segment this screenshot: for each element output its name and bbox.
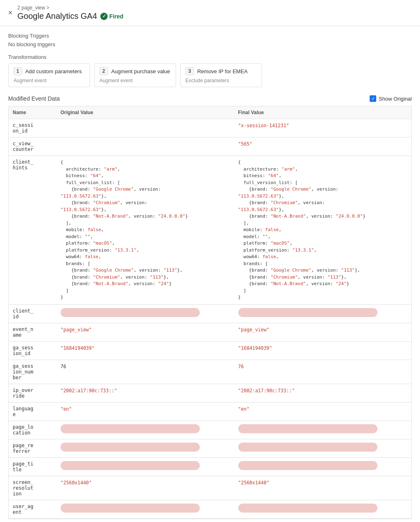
title-row: Google Analytics GA4 ✓ Fired <box>18 11 124 21</box>
transform-card-1[interactable]: 1 Add custom parameters Augment event <box>8 63 90 87</box>
original-value: 76 <box>61 364 66 369</box>
cell-name: page_lo cation <box>9 421 56 439</box>
cell-original <box>56 439 234 457</box>
table-row: page_ti tle <box>9 457 412 476</box>
table-row: c_view_ counter"565" <box>9 137 412 156</box>
table-row: page_lo cation <box>9 421 412 439</box>
blurred-value <box>238 461 377 470</box>
table-row: event_n ame"page_view""page_view" <box>9 323 412 341</box>
cell-name: page_ti tle <box>9 457 56 476</box>
blurred-value <box>61 308 200 317</box>
cell-name: client_ id <box>9 304 56 323</box>
table-row: user_ag ent <box>9 500 412 518</box>
transform-name-1: Add custom parameters <box>25 68 82 74</box>
blurred-value <box>238 308 377 317</box>
table-row: ga_sess ion_id"1684194039""1684194039" <box>9 341 412 360</box>
title-section: 2 page_view > Google Analytics GA4 ✓ Fir… <box>18 5 124 21</box>
blocking-triggers-section: Blocking Triggers No blocking triggers <box>8 33 412 47</box>
final-value: "2560x1440" <box>238 480 269 486</box>
blocking-triggers-label: Blocking Triggers <box>8 33 412 39</box>
cell-original: "2002:a17:90c:733::" <box>56 384 234 402</box>
cell-name: ga_sess ion_id <box>9 341 56 360</box>
modified-event-section: Modified Event Data ✓ Show Original Name… <box>8 95 412 522</box>
cell-final: { architecture: "arm", bitness: "64", fu… <box>234 156 412 305</box>
transformations-section: Transformations 1 Add custom parameters … <box>8 54 412 87</box>
blurred-value <box>238 424 377 433</box>
cell-original: 76 <box>56 360 234 384</box>
transform-name-3: Remove IP for EMEA <box>197 68 248 74</box>
col-header-original: Original Value <box>56 106 234 119</box>
cell-final: "page_view" <box>234 323 412 341</box>
show-original-toggle[interactable]: ✓ Show Original <box>370 95 412 102</box>
cell-final <box>234 421 412 439</box>
cell-name: user_ag ent <box>9 500 56 518</box>
cell-original <box>56 500 234 518</box>
col-header-name: Name <box>9 106 56 119</box>
breadcrumb: 2 page_view > <box>18 5 124 11</box>
table-row: c_sessi on_id"x-session-141231" <box>9 119 412 137</box>
cell-final: 76 <box>234 360 412 384</box>
cell-name: ga_sess ion_num ber <box>9 360 56 384</box>
original-value: "1684194039" <box>61 345 95 351</box>
table-row: client_ hints{ architecture: "arm", bitn… <box>9 156 412 305</box>
final-value: "1684194039" <box>238 345 272 351</box>
cell-original: { architecture: "arm", bitness: "64", fu… <box>56 156 234 305</box>
final-value: "page_view" <box>238 327 269 333</box>
cell-final: "en" <box>234 402 412 421</box>
blurred-value <box>238 504 377 513</box>
cell-final <box>234 439 412 457</box>
blurred-value <box>61 461 200 470</box>
cell-name: ip_over ride <box>9 384 56 402</box>
transform-cards: 1 Add custom parameters Augment event 2 … <box>8 63 412 87</box>
blurred-value <box>61 424 200 433</box>
cell-original <box>56 137 234 156</box>
final-value: 76 <box>238 364 244 369</box>
original-value: "2002:a17:90c:733::" <box>61 388 117 394</box>
expand-button[interactable]: ∨ <box>8 519 412 522</box>
cell-final: "1684194039" <box>234 341 412 360</box>
final-value: "x-session-141231" <box>238 123 289 128</box>
table-header-row: Name Original Value Final Value <box>9 106 412 119</box>
final-value: "2002:a17:90c:733::" <box>238 388 295 394</box>
transform-type-2: Augment event <box>99 78 171 83</box>
cell-original: "1684194039" <box>56 341 234 360</box>
cell-final: "2560x1440" <box>234 476 412 500</box>
transformations-label: Transformations <box>8 54 412 60</box>
final-value: "en" <box>238 406 250 412</box>
transform-card-2[interactable]: 2 Augment purchase value Augment event <box>94 63 176 87</box>
close-button[interactable]: × <box>8 9 13 17</box>
fired-badge: ✓ Fired <box>100 13 123 20</box>
table-row: screen_ resolut ion"2560x1440""2560x1440… <box>9 476 412 500</box>
transform-num-3: 3 <box>185 67 194 75</box>
data-table: Name Original Value Final Value c_sessi … <box>8 106 412 519</box>
show-original-label: Show Original <box>379 96 412 102</box>
header: × 2 page_view > Google Analytics GA4 ✓ F… <box>0 0 420 26</box>
transform-name-2: Augment purchase value <box>111 68 170 74</box>
content: Blocking Triggers No blocking triggers T… <box>0 26 420 522</box>
cell-final: "2002:a17:90c:733::" <box>234 384 412 402</box>
cell-name: client_ hints <box>9 156 56 305</box>
fired-label: Fired <box>109 13 123 20</box>
transform-num-1: 1 <box>14 67 22 75</box>
original-value: "2560x1440" <box>61 480 92 486</box>
table-row: page_re ferrer <box>9 439 412 457</box>
transform-card-3[interactable]: 3 Remove IP for EMEA Exclude parameters <box>180 63 262 87</box>
original-value: "page_view" <box>61 327 92 333</box>
cell-original <box>56 421 234 439</box>
cell-original: "page_view" <box>56 323 234 341</box>
table-row: client_ id <box>9 304 412 323</box>
cell-name: screen_ resolut ion <box>9 476 56 500</box>
cell-name: c_view_ counter <box>9 137 56 156</box>
cell-final: "565" <box>234 137 412 156</box>
cell-final <box>234 304 412 323</box>
cell-final: "x-session-141231" <box>234 119 412 137</box>
cell-name: c_sessi on_id <box>9 119 56 137</box>
table-row: languag e"en""en" <box>9 402 412 421</box>
col-header-final: Final Value <box>234 106 412 119</box>
table-row: ip_over ride"2002:a17:90c:733::""2002:a1… <box>9 384 412 402</box>
transform-num-2: 2 <box>99 67 108 75</box>
modified-event-header: Modified Event Data ✓ Show Original <box>8 95 412 102</box>
check-icon: ✓ <box>100 13 108 20</box>
cell-name: languag e <box>9 402 56 421</box>
cell-final <box>234 500 412 518</box>
